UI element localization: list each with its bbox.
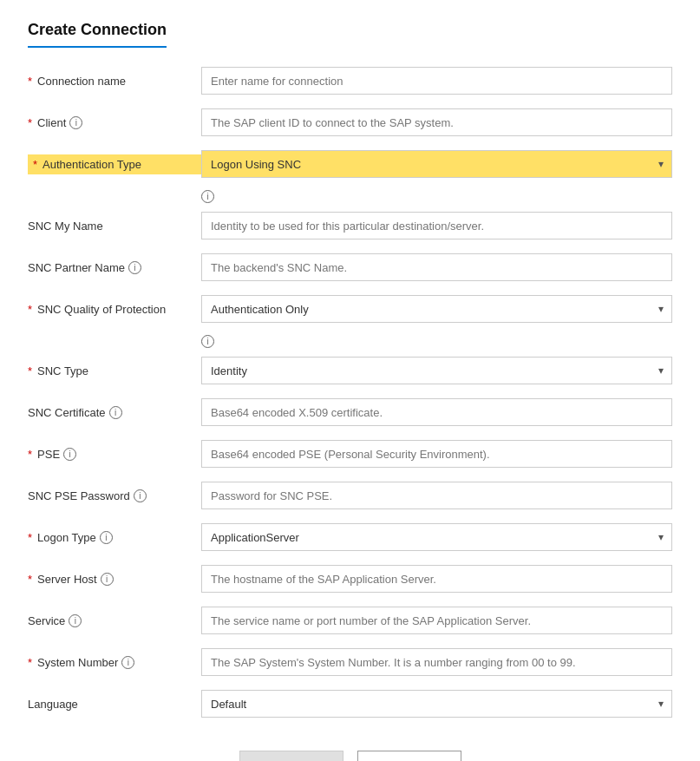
language-select[interactable]: Default English German (201, 690, 672, 718)
required-star: * (28, 116, 32, 129)
logon-type-control: ApplicationServer Group ▾ (201, 523, 672, 551)
snc-type-select[interactable]: Identity SNC Library (201, 357, 672, 384)
snc-my-name-label: SNC My Name (28, 220, 201, 233)
pse-info-icon[interactable]: i (63, 448, 76, 461)
logon-type-select[interactable]: ApplicationServer Group (201, 523, 672, 551)
snc-quality-control: Authentication Only Integrity Privacy De… (201, 295, 672, 323)
system-number-input[interactable] (201, 648, 672, 676)
system-number-label: * System Number i (28, 656, 201, 669)
snc-certificate-label: SNC Certificate i (28, 406, 201, 419)
language-select-wrapper: Default English German ▾ (201, 690, 672, 718)
cancel-button[interactable]: Cancel (357, 751, 461, 761)
server-host-label: * Server Host i (28, 573, 201, 586)
snc-type-label: * SNC Type (28, 364, 201, 377)
snc-quality-row: * SNC Quality of Protection Authenticati… (28, 293, 672, 325)
required-star: * (28, 531, 32, 544)
server-host-row: * Server Host i (28, 563, 672, 594)
snc-type-control: Identity SNC Library ▾ (201, 357, 672, 384)
connection-name-row: * Connection name (28, 65, 672, 96)
pse-input[interactable] (201, 440, 672, 468)
snc-quality-label: * SNC Quality of Protection (28, 303, 201, 316)
dialog-title: Create Connection (28, 21, 167, 48)
server-host-control (201, 565, 672, 593)
snc-auth-info-icon[interactable]: i (201, 190, 214, 203)
pse-row: * PSE i (28, 438, 672, 469)
system-number-info-icon[interactable]: i (121, 656, 134, 669)
required-star: * (28, 573, 32, 586)
snc-certificate-info-icon[interactable]: i (109, 406, 122, 419)
service-input[interactable] (201, 607, 672, 634)
required-star: * (28, 75, 32, 88)
required-star: * (28, 656, 32, 669)
system-number-row: * System Number i (28, 646, 672, 678)
snc-partner-name-row: SNC Partner Name i (28, 252, 672, 283)
create-connection-dialog: Create Connection * Connection name * Cl… (0, 0, 700, 761)
server-host-info-icon[interactable]: i (101, 573, 114, 586)
connection-name-input[interactable] (201, 67, 672, 95)
snc-quality-info-icon[interactable]: i (201, 335, 214, 348)
required-star: * (28, 303, 32, 316)
client-control (201, 108, 672, 136)
auth-type-row: * Authentication Type Logon Using SNC Ba… (28, 148, 672, 180)
snc-pse-password-control (201, 482, 672, 509)
client-input[interactable] (201, 108, 672, 136)
service-row: Service i (28, 605, 672, 636)
snc-partner-name-info-icon[interactable]: i (128, 261, 141, 274)
auth-type-control: Logon Using SNC Basic Windows Authentica… (201, 150, 672, 178)
client-info-icon[interactable]: i (69, 116, 82, 129)
required-star: * (33, 158, 37, 171)
snc-info-row: i (28, 190, 672, 203)
service-info-icon[interactable]: i (69, 614, 82, 627)
system-number-control (201, 648, 672, 676)
required-star: * (28, 364, 32, 377)
snc-certificate-row: SNC Certificate i (28, 397, 672, 428)
snc-pse-password-input[interactable] (201, 482, 672, 509)
snc-quality-select-wrapper: Authentication Only Integrity Privacy De… (201, 295, 672, 323)
auth-type-select-wrapper: Logon Using SNC Basic Windows Authentica… (201, 150, 672, 178)
auth-type-label: * Authentication Type (28, 154, 201, 174)
snc-certificate-control (201, 398, 672, 426)
language-control: Default English German ▾ (201, 690, 672, 718)
client-row: * Client i (28, 107, 672, 138)
buttons-row: Create Cancel (28, 740, 672, 761)
snc-pse-password-row: SNC PSE Password i (28, 480, 672, 511)
snc-type-select-wrapper: Identity SNC Library ▾ (201, 357, 672, 384)
snc-partner-name-control (201, 253, 672, 281)
create-button[interactable]: Create (239, 751, 343, 761)
required-star: * (28, 448, 32, 461)
snc-my-name-control (201, 212, 672, 239)
pse-control (201, 440, 672, 468)
snc-pse-password-label: SNC PSE Password i (28, 489, 201, 502)
snc-type-row: * SNC Type Identity SNC Library ▾ (28, 355, 672, 386)
auth-type-select[interactable]: Logon Using SNC Basic Windows Authentica… (201, 150, 672, 178)
connection-name-control (201, 67, 672, 95)
pse-label: * PSE i (28, 448, 201, 461)
logon-type-label: * Logon Type i (28, 531, 201, 544)
client-label: * Client i (28, 116, 201, 129)
snc-my-name-input[interactable] (201, 212, 672, 239)
logon-type-select-wrapper: ApplicationServer Group ▾ (201, 523, 672, 551)
logon-type-row: * Logon Type i ApplicationServer Group ▾ (28, 522, 672, 553)
snc-pse-password-info-icon[interactable]: i (134, 489, 147, 502)
service-control (201, 607, 672, 634)
snc-quality-select[interactable]: Authentication Only Integrity Privacy De… (201, 295, 672, 323)
language-label: Language (28, 698, 201, 711)
snc-certificate-input[interactable] (201, 398, 672, 426)
logon-type-info-icon[interactable]: i (100, 531, 113, 544)
snc-partner-name-input[interactable] (201, 253, 672, 281)
server-host-input[interactable] (201, 565, 672, 593)
connection-name-label: * Connection name (28, 75, 201, 88)
snc-partner-name-label: SNC Partner Name i (28, 261, 201, 274)
snc-my-name-row: SNC My Name (28, 210, 672, 241)
service-label: Service i (28, 614, 201, 627)
language-row: Language Default English German ▾ (28, 688, 672, 719)
snc-quality-info-row: i (28, 335, 672, 348)
